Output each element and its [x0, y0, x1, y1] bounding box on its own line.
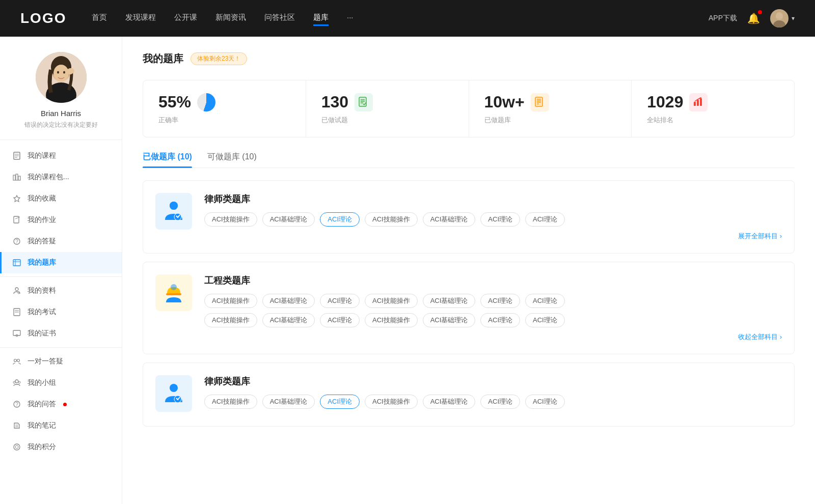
- course-package-icon: [12, 173, 21, 182]
- sidebar-item-favorites[interactable]: 我的收藏: [0, 188, 122, 209]
- profile-avatar: [36, 52, 87, 103]
- tag-eng-0-5[interactable]: ACI理论: [480, 294, 520, 308]
- sidebar-group-label: 我的小组: [28, 378, 56, 387]
- main-content: 我的题库 体验剩余23天！ 55% 正确率 130: [122, 37, 815, 504]
- doc-orange-icon: [531, 93, 549, 111]
- tag-lawyer1-0[interactable]: ACI技能操作: [204, 212, 257, 227]
- sidebar-item-bank[interactable]: 我的题库: [0, 252, 122, 273]
- svg-text:?: ?: [15, 402, 18, 407]
- sidebar-cert-label: 我的证书: [28, 329, 56, 338]
- tag-eng-1-2[interactable]: ACI理论: [320, 313, 360, 327]
- tag-lawyer2-3[interactable]: ACI技能操作: [365, 395, 418, 409]
- tag-eng-0-4[interactable]: ACI基础理论: [423, 294, 476, 308]
- sidebar-item-qa[interactable]: ? 我的答疑: [0, 231, 122, 252]
- tag-lawyer1-6[interactable]: ACI理论: [525, 212, 565, 227]
- profile-icon: [12, 286, 21, 295]
- tab-available[interactable]: 可做题库 (10): [207, 152, 257, 167]
- svg-rect-61: [166, 293, 181, 295]
- svg-point-37: [18, 381, 20, 383]
- expand-lawyer1-link[interactable]: 展开全部科目 ›: [204, 232, 782, 241]
- content-inner: 我的题库 体验剩余23天！ 55% 正确率 130: [122, 37, 815, 450]
- tag-lawyer2-1[interactable]: ACI基础理论: [262, 395, 315, 409]
- logo[interactable]: LOGO: [20, 10, 71, 26]
- bank-icon-lawyer-1: [155, 193, 192, 230]
- nav-news[interactable]: 新闻资讯: [215, 11, 246, 26]
- stat-rank-label: 全站排名: [647, 116, 779, 125]
- tag-eng-0-0[interactable]: ACI技能操作: [204, 294, 257, 308]
- nav-more[interactable]: ···: [347, 11, 354, 26]
- tag-lawyer1-3[interactable]: ACI技能操作: [365, 212, 418, 227]
- sidebar-item-courses[interactable]: 我的课程: [0, 145, 122, 166]
- sidebar-item-group[interactable]: 我的小组: [0, 372, 122, 394]
- sidebar-item-notes[interactable]: 我的笔记: [0, 415, 122, 436]
- svg-rect-44: [359, 97, 366, 106]
- user-avatar-button[interactable]: ▾: [770, 9, 795, 27]
- qa-icon: ?: [12, 237, 21, 246]
- trial-badge: 体验剩余23天！: [191, 52, 247, 65]
- tag-eng-1-5[interactable]: ACI理论: [480, 313, 520, 327]
- svg-point-59: [170, 202, 178, 210]
- nav-bank[interactable]: 题库: [313, 11, 329, 26]
- tag-lawyer1-4[interactable]: ACI基础理论: [423, 212, 476, 227]
- sidebar-divider-2: [0, 347, 122, 348]
- tag-eng-1-6[interactable]: ACI理论: [525, 313, 565, 327]
- tags-row-lawyer-2: ACI技能操作 ACI基础理论 ACI理论 ACI技能操作 ACI基础理论 AC…: [204, 395, 782, 409]
- svg-rect-16: [16, 174, 18, 180]
- lawyer-icon-2: [161, 381, 186, 406]
- tag-lawyer2-0[interactable]: ACI技能操作: [204, 395, 257, 409]
- sidebar-points-label: 我的积分: [28, 442, 56, 452]
- nav-opencourse[interactable]: 公开课: [174, 11, 197, 26]
- tag-lawyer2-4[interactable]: ACI基础理论: [423, 395, 476, 409]
- tab-done[interactable]: 已做题库 (10): [143, 152, 192, 167]
- sidebar-item-cert[interactable]: 我的证书: [0, 323, 122, 344]
- stats-row: 55% 正确率 130 已做试题 10w+: [143, 80, 795, 137]
- bank-content-engineer: 工程类题库 ACI技能操作 ACI基础理论 ACI理论 ACI技能操作 ACI基…: [204, 274, 782, 342]
- svg-point-42: [14, 444, 20, 450]
- stat-rank: 1029 全站排名: [632, 80, 794, 137]
- bell-button[interactable]: 🔔: [747, 12, 760, 24]
- tag-eng-1-3[interactable]: ACI技能操作: [365, 313, 418, 327]
- tag-lawyer1-1[interactable]: ACI基础理论: [262, 212, 315, 227]
- tag-lawyer2-6[interactable]: ACI理论: [525, 395, 565, 409]
- stat-done-questions: 130 已做试题: [306, 80, 469, 137]
- nav-home[interactable]: 首页: [92, 11, 107, 26]
- sidebar-menu: 我的课程 我的课程包... 我的收藏 我的作业: [0, 140, 122, 463]
- tag-lawyer1-2[interactable]: ACI理论: [320, 212, 360, 227]
- svg-marker-18: [14, 195, 20, 202]
- nav-discover[interactable]: 发现课程: [125, 11, 156, 26]
- svg-point-7: [53, 65, 69, 82]
- collapse-engineer-link[interactable]: 收起全部科目 ›: [204, 332, 782, 342]
- sidebar-item-myqa[interactable]: ? 我的问答: [0, 394, 122, 415]
- svg-point-35: [15, 380, 18, 383]
- tag-lawyer2-2[interactable]: ACI理论: [320, 395, 360, 409]
- bell-badge: [758, 10, 762, 14]
- tag-lawyer2-5[interactable]: ACI理论: [480, 395, 520, 409]
- tag-eng-0-3[interactable]: ACI技能操作: [365, 294, 418, 308]
- sidebar-item-points[interactable]: 我的积分: [0, 436, 122, 458]
- tag-eng-1-4[interactable]: ACI基础理论: [423, 313, 476, 327]
- sidebar-item-profile[interactable]: 我的资料: [0, 280, 122, 301]
- stat-accuracy: 55% 正确率: [143, 80, 306, 137]
- nav-qa[interactable]: 问答社区: [264, 11, 295, 26]
- sidebar-item-course-package[interactable]: 我的课程包...: [0, 166, 122, 188]
- sidebar-item-exam[interactable]: 我的考试: [0, 301, 122, 323]
- svg-rect-19: [14, 216, 19, 223]
- tag-eng-1-1[interactable]: ACI基础理论: [262, 313, 315, 327]
- sidebar-myqa-label: 我的问答: [28, 400, 56, 409]
- avatar-image: [770, 9, 789, 27]
- tags-row-lawyer-1: ACI技能操作 ACI基础理论 ACI理论 ACI技能操作 ACI基础理论 AC…: [204, 212, 782, 227]
- tag-lawyer1-5[interactable]: ACI理论: [480, 212, 520, 227]
- bank-card-lawyer-1: 律师类题库 ACI技能操作 ACI基础理论 ACI理论 ACI技能操作 ACI基…: [143, 180, 795, 254]
- app-download-button[interactable]: APP下载: [709, 14, 737, 23]
- sidebar-item-1on1[interactable]: 一对一答疑: [0, 351, 122, 372]
- sidebar-item-homework[interactable]: 我的作业: [0, 209, 122, 231]
- bank-icon-lawyer-2: [155, 375, 192, 412]
- engineer-icon: [161, 280, 186, 305]
- tag-eng-0-6[interactable]: ACI理论: [525, 294, 565, 308]
- tag-eng-0-2[interactable]: ACI理论: [320, 294, 360, 308]
- main-layout: Brian Harris 错误的决定比没有决定要好 我的课程 我的课程包...: [0, 37, 815, 504]
- tag-eng-1-0[interactable]: ACI技能操作: [204, 313, 257, 327]
- qa-badge: [63, 403, 67, 406]
- stat-accuracy-label: 正确率: [158, 116, 290, 125]
- tag-eng-0-1[interactable]: ACI基础理论: [262, 294, 315, 308]
